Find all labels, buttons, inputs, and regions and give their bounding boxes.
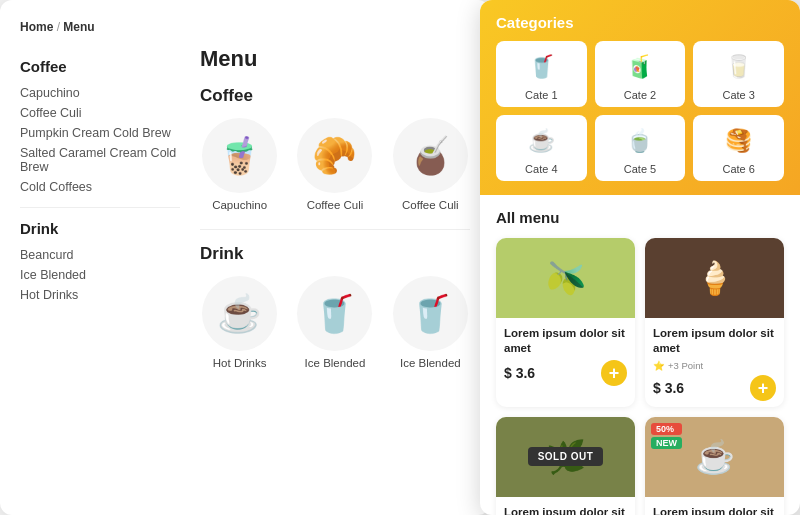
card2-add-button[interactable]: + (750, 375, 776, 401)
star-icon: ⭐ (653, 360, 665, 371)
coffee-items-row: 🧋 Capuchino 🥐 Coffee Culi 🧉 Coffee Culi (200, 118, 470, 211)
menu-item-coffee-culi1[interactable]: 🥐 Coffee Culi (295, 118, 374, 211)
sidebar-divider (20, 207, 180, 208)
categories-grid: 🥤 Cate 1 🧃 Cate 2 🥛 Cate 3 ☕ Cate 4 🍵 Ca… (496, 41, 784, 181)
menu-item-ice-blended1[interactable]: 🥤 Ice Blended (295, 276, 374, 369)
cate2-icon: 🧃 (622, 49, 658, 85)
card4-name: Lorem ipsum dolor sit amet (653, 505, 776, 515)
card2-price: $ 3.6 (653, 380, 684, 396)
card1-body: Lorem ipsum dolor sit amet $ 3.6 + (496, 318, 635, 392)
category-card-6[interactable]: 🥞 Cate 6 (693, 115, 784, 181)
card1-price-row: $ 3.6 + (504, 360, 627, 386)
card2-stars: ⭐ +3 Point (653, 360, 776, 371)
card3-body: Lorem ipsum dolor sit amet (496, 497, 635, 515)
drink-section-title: Drink (200, 244, 470, 264)
cate5-icon: 🍵 (622, 123, 658, 159)
hot-drinks-name: Hot Drinks (213, 357, 267, 369)
card1-price: $ 3.6 (504, 365, 535, 381)
sold-out-overlay: SOLD OUT (496, 417, 635, 497)
new-badge: 50% NEW (651, 423, 682, 449)
card1-img: 🫒 (496, 238, 635, 318)
main-menu-content: Menu Coffee 🧋 Capuchino 🥐 Coffee Culi 🧉 … (200, 46, 470, 491)
drink-items-row: ☕ Hot Drinks 🥤 Ice Blended 🥤 Ice Blended (200, 276, 470, 369)
sidebar-item-pumpkin[interactable]: Pumpkin Cream Cold Brew (20, 123, 180, 143)
cate4-icon: ☕ (523, 123, 559, 159)
ice-blended2-img: 🥤 (393, 276, 468, 351)
cate3-icon: 🥛 (721, 49, 757, 85)
section-divider (200, 229, 470, 230)
menu-item-coffee-culi2[interactable]: 🧉 Coffee Culi (391, 118, 470, 211)
cate4-name: Cate 4 (525, 163, 557, 175)
all-menu-grid: 🫒 Lorem ipsum dolor sit amet $ 3.6 + 🍦 L… (496, 238, 784, 515)
sidebar-item-salted[interactable]: Salted Caramel Cream Cold Brew (20, 143, 180, 177)
all-menu-title: All menu (496, 209, 784, 226)
sidebar-coffee-title: Coffee (20, 58, 180, 75)
cate3-name: Cate 3 (722, 89, 754, 101)
hot-drinks-img: ☕ (202, 276, 277, 351)
categories-title: Categories (496, 14, 784, 31)
cate1-name: Cate 1 (525, 89, 557, 101)
card4-img: ☕ 50% NEW (645, 417, 784, 497)
category-card-3[interactable]: 🥛 Cate 3 (693, 41, 784, 107)
sidebar-item-coffee-culi[interactable]: Coffee Culi (20, 103, 180, 123)
sidebar-item-beancurd[interactable]: Beancurd (20, 245, 180, 265)
categories-header: Categories 🥤 Cate 1 🧃 Cate 2 🥛 Cate 3 ☕ … (480, 0, 800, 195)
card2-body: Lorem ipsum dolor sit amet ⭐ +3 Point $ … (645, 318, 784, 407)
cate6-name: Cate 6 (722, 163, 754, 175)
card2-img: 🍦 (645, 238, 784, 318)
menu-item-capuchino[interactable]: 🧋 Capuchino (200, 118, 279, 211)
all-menu-card-2[interactable]: 🍦 Lorem ipsum dolor sit amet ⭐ +3 Point … (645, 238, 784, 407)
ice-blended1-img: 🥤 (297, 276, 372, 351)
coffee-section-title: Coffee (200, 86, 470, 106)
sidebar-item-cold-coffees[interactable]: Cold Coffees (20, 177, 180, 197)
new-tag: NEW (651, 437, 682, 449)
card1-add-button[interactable]: + (601, 360, 627, 386)
sidebar-item-ice-blended[interactable]: Ice Blended (20, 265, 180, 285)
breadcrumb: Home / Menu (20, 20, 470, 34)
card3-img: 🌿 SOLD OUT (496, 417, 635, 497)
all-menu-card-4[interactable]: ☕ 50% NEW Lorem ipsum dolor sit amet (645, 417, 784, 515)
card4-body: Lorem ipsum dolor sit amet (645, 497, 784, 515)
sidebar-drink-title: Drink (20, 220, 180, 237)
sidebar: Coffee Capuchino Coffee Culi Pumpkin Cre… (20, 46, 180, 491)
category-card-4[interactable]: ☕ Cate 4 (496, 115, 587, 181)
category-card-1[interactable]: 🥤 Cate 1 (496, 41, 587, 107)
card2-price-row: $ 3.6 + (653, 375, 776, 401)
cate1-icon: 🥤 (523, 49, 559, 85)
cate5-name: Cate 5 (624, 163, 656, 175)
coffee-culi2-name: Coffee Culi (402, 199, 459, 211)
card1-name: Lorem ipsum dolor sit amet (504, 326, 627, 356)
category-card-2[interactable]: 🧃 Cate 2 (595, 41, 686, 107)
right-panel: Categories 🥤 Cate 1 🧃 Cate 2 🥛 Cate 3 ☕ … (480, 0, 800, 515)
all-menu-section: All menu 🫒 Lorem ipsum dolor sit amet $ … (480, 195, 800, 515)
cate6-icon: 🥞 (721, 123, 757, 159)
menu-title: Menu (200, 46, 470, 72)
sold-out-badge: SOLD OUT (528, 447, 604, 466)
menu-item-ice-blended2[interactable]: 🥤 Ice Blended (391, 276, 470, 369)
card2-stars-label: +3 Point (668, 360, 703, 371)
capuchino-img: 🧋 (202, 118, 277, 193)
all-menu-card-1[interactable]: 🫒 Lorem ipsum dolor sit amet $ 3.6 + (496, 238, 635, 407)
ice-blended2-name: Ice Blended (400, 357, 461, 369)
coffee-culi1-name: Coffee Culi (307, 199, 364, 211)
menu-item-hot-drinks[interactable]: ☕ Hot Drinks (200, 276, 279, 369)
coffee-culi2-img: 🧉 (393, 118, 468, 193)
ice-blended1-name: Ice Blended (305, 357, 366, 369)
all-menu-card-3[interactable]: 🌿 SOLD OUT Lorem ipsum dolor sit amet (496, 417, 635, 515)
card3-name: Lorem ipsum dolor sit amet (504, 505, 627, 515)
category-card-5[interactable]: 🍵 Cate 5 (595, 115, 686, 181)
discount-badge: 50% (651, 423, 682, 435)
cate2-name: Cate 2 (624, 89, 656, 101)
left-panel: Home / Menu Coffee Capuchino Coffee Culi… (0, 0, 490, 515)
capuchino-name: Capuchino (212, 199, 267, 211)
coffee-culi1-img: 🥐 (297, 118, 372, 193)
sidebar-item-capuchino[interactable]: Capuchino (20, 83, 180, 103)
sidebar-item-hot-drinks[interactable]: Hot Drinks (20, 285, 180, 305)
card2-name: Lorem ipsum dolor sit amet (653, 326, 776, 356)
